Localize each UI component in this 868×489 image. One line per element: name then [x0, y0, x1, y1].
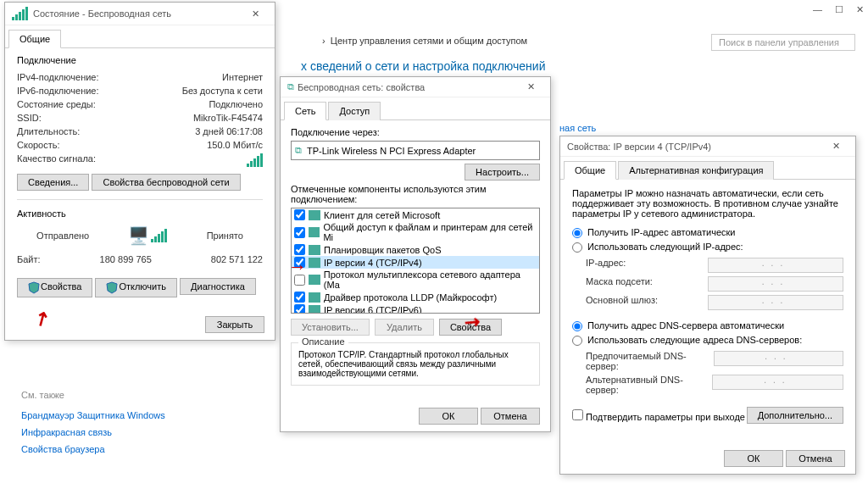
firewall-link[interactable]: Брандмауэр Защитника Windows: [21, 407, 165, 424]
item-label: Драйвер протокола LLDP (Майкрософт): [324, 292, 497, 303]
browser-props-link[interactable]: Свойства браузера: [21, 441, 165, 458]
shield-icon: [106, 281, 119, 294]
activity-section: Активность: [17, 208, 263, 219]
details-button[interactable]: Сведения...: [17, 174, 89, 191]
network-icon: [309, 245, 320, 255]
close-button[interactable]: Закрыть: [205, 316, 264, 333]
list-item[interactable]: IP версии 6 (TCP/IPv6): [292, 303, 539, 314]
item-checkbox[interactable]: [294, 292, 305, 303]
duration-value: 3 дней 06:17:08: [195, 126, 263, 136]
monitor-icon: 🖥️: [128, 225, 149, 246]
list-item[interactable]: Драйвер протокола LLDP (Майкрософт): [292, 291, 539, 303]
ip-label: IP-адрес:: [586, 258, 626, 273]
cancel-button[interactable]: Отмена: [481, 408, 540, 425]
signal-icon: [12, 7, 28, 20]
maximize-icon[interactable]: ☐: [835, 4, 843, 15]
tab-network[interactable]: Сеть: [284, 102, 326, 120]
install-button[interactable]: Установить...: [291, 319, 370, 336]
item-label: IP версии 6 (TCP/IPv6): [324, 305, 422, 314]
close-icon[interactable]: ✕: [856, 4, 864, 15]
item-checkbox[interactable]: [294, 275, 305, 286]
manual-dns-radio[interactable]: [572, 336, 582, 346]
auto-dns-radio[interactable]: [572, 321, 582, 331]
network-icon: [309, 275, 320, 285]
validate-label: Подтвердить параметры при выходе: [586, 412, 745, 422]
ipv4-value: Интернет: [222, 72, 263, 82]
mask-label: Маска подсети:: [586, 276, 653, 292]
ssid-value: MikroTik-F45474: [193, 113, 263, 123]
search-input[interactable]: Поиск в панели управления: [711, 34, 855, 51]
ok-button[interactable]: ОК: [724, 450, 783, 467]
gateway-input: ...: [708, 295, 843, 310]
manual-ip-label: Использовать следующий IP-адрес:: [587, 242, 743, 252]
component-props-button[interactable]: Свойства: [439, 319, 502, 336]
props-title: Беспроводная сеть: свойства: [298, 82, 518, 92]
status-window: Состояние - Беспроводная сеть ✕ Общие По…: [4, 2, 275, 341]
media-value: Подключено: [209, 99, 263, 109]
infrared-link[interactable]: Инфракрасная связь: [21, 424, 165, 441]
wireless-props-button[interactable]: Свойства беспроводной сети: [92, 174, 240, 191]
ssid-label: SSID:: [17, 113, 42, 123]
manual-dns-label: Использовать следующие адреса DNS-сервер…: [587, 335, 802, 345]
remove-button[interactable]: Удалить: [375, 319, 434, 336]
tab-sharing[interactable]: Доступ: [328, 102, 381, 120]
adapter-name: TP-Link Wireless N PCI Express Adapter: [307, 146, 476, 156]
ipv4-title: Свойства: IP версии 4 (TCP/IPv4): [567, 142, 823, 152]
close-icon[interactable]: ✕: [823, 141, 849, 152]
ipv4-intro: Параметры IP можно назначать автоматичес…: [572, 188, 843, 219]
adapter-props-window: ⧉ Беспроводная сеть: свойства ✕ Сеть Дос…: [280, 76, 551, 432]
speed-value: 150.0 Мбит/c: [207, 140, 263, 150]
diagnose-button[interactable]: Диагностика: [180, 278, 256, 295]
list-item[interactable]: Клиент для сетей Microsoft: [292, 208, 539, 221]
network-icon: [309, 305, 320, 314]
media-label: Состояние среды:: [17, 99, 96, 109]
see-also-header: См. также: [21, 390, 165, 400]
conn-via-label: Подключение через:: [291, 127, 540, 137]
close-icon[interactable]: ✕: [242, 8, 268, 19]
minimize-icon[interactable]: —: [813, 4, 822, 15]
disable-button[interactable]: Отключить: [95, 278, 177, 297]
validate-checkbox[interactable]: [572, 409, 583, 420]
list-item[interactable]: Протокол мультиплексора сетевого адаптер…: [292, 269, 539, 291]
desc-text: Протокол TCP/IP. Стандартный протокол гл…: [298, 350, 532, 378]
auto-ip-radio[interactable]: [572, 228, 582, 238]
list-item[interactable]: Общий доступ к файлам и принтерам для се…: [292, 221, 539, 243]
advanced-button[interactable]: Дополнительно...: [747, 407, 843, 424]
list-item[interactable]: IP версии 4 (TCP/IPv4): [292, 256, 539, 269]
dns1-label: Предпочитаемый DNS-сервер:: [586, 351, 714, 371]
bytes-label: Байт:: [17, 254, 41, 264]
item-checkbox[interactable]: [294, 209, 305, 220]
auto-ip-label: Получить IP-адрес автоматически: [587, 227, 735, 237]
close-icon[interactable]: ✕: [518, 81, 543, 92]
tab-general[interactable]: Общие: [564, 161, 616, 180]
properties-button[interactable]: Свойства: [17, 278, 92, 297]
ipv4-window: Свойства: IP версии 4 (TCP/IPv4) ✕ Общие…: [559, 136, 856, 475]
item-label: Протокол мультиплексора сетевого адаптер…: [324, 270, 537, 290]
list-item[interactable]: Планировщик пакетов QoS: [292, 243, 539, 256]
tab-alternative[interactable]: Альтернативная конфигурация: [618, 161, 774, 180]
page-subtitle: х сведений о сети и настройка подключени…: [301, 59, 545, 73]
item-checkbox[interactable]: [294, 244, 305, 255]
item-label: IP версии 4 (TCP/IPv4): [324, 258, 422, 268]
cancel-button[interactable]: Отмена: [786, 450, 845, 467]
tab-general[interactable]: Общие: [8, 30, 61, 48]
item-label: Клиент для сетей Microsoft: [324, 210, 440, 220]
see-also-section: См. также Брандмауэр Защитника Windows И…: [21, 390, 165, 458]
components-list[interactable]: Клиент для сетей MicrosoftОбщий доступ к…: [291, 208, 540, 314]
sent-value: 180 899 765: [100, 254, 152, 264]
configure-button[interactable]: Настроить...: [465, 164, 540, 181]
item-checkbox[interactable]: [294, 304, 305, 314]
item-checkbox[interactable]: [294, 227, 305, 238]
network-icon: [309, 292, 320, 303]
ipv6-label: IPv6-подключение:: [17, 86, 99, 96]
mask-input: ...: [708, 276, 843, 292]
activity-bars-icon: [151, 229, 167, 242]
manual-ip-radio[interactable]: [572, 242, 582, 253]
breadcrumb[interactable]: › Центр управления сетями и общим доступ…: [322, 36, 527, 46]
network-icon: [309, 227, 320, 237]
connection-section: Подключение: [17, 55, 263, 65]
ipv4-label: IPv4-подключение:: [17, 72, 99, 82]
network-link[interactable]: ная сеть: [559, 123, 596, 133]
ok-button[interactable]: ОК: [419, 408, 478, 425]
item-checkbox[interactable]: [294, 257, 305, 268]
